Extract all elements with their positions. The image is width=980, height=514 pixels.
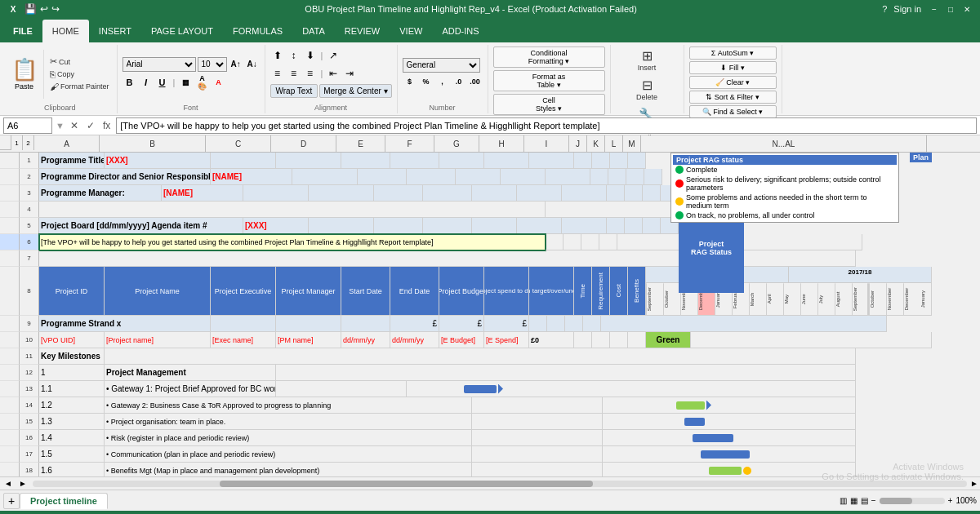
conditional-formatting-button[interactable]: ConditionalFormatting ▾ xyxy=(493,47,605,68)
cell-c15[interactable] xyxy=(472,414,603,430)
col-project-budget[interactable]: Project Budget xyxy=(439,267,484,316)
sheet-tab-project-timeline[interactable]: Project timeline xyxy=(20,493,108,509)
cell-i5[interactable] xyxy=(607,218,625,234)
cell-f1[interactable] xyxy=(390,153,439,169)
cell-b16[interactable]: • Risk (register in place and periodic r… xyxy=(105,430,472,446)
insert-function-button[interactable]: fx xyxy=(100,120,113,131)
cell-a2[interactable]: Programme Director and Senior Responsibl… xyxy=(39,169,211,185)
cell-e2[interactable] xyxy=(358,169,407,185)
col-start-date[interactable]: Start Date xyxy=(341,267,390,316)
cell-g5[interactable] xyxy=(517,218,562,234)
cell-row4[interactable] xyxy=(39,202,546,218)
scroll-track[interactable] xyxy=(33,481,967,487)
cell-c14[interactable] xyxy=(472,397,603,414)
cell-f2[interactable] xyxy=(407,169,456,185)
cell-k6[interactable] xyxy=(564,234,581,250)
cell-h9[interactable]: £ xyxy=(484,316,529,332)
cell-j1[interactable] xyxy=(574,153,592,169)
top-align-button[interactable]: ⬆ xyxy=(270,48,285,63)
col-end-date[interactable]: End Date xyxy=(390,267,439,316)
cell-g10[interactable]: [E Budget] xyxy=(439,332,484,348)
cell-a3[interactable]: Programme Manager: xyxy=(39,185,162,202)
cell-m1[interactable] xyxy=(628,153,646,169)
col-header-a[interactable]: A xyxy=(34,135,100,152)
tab-formulas[interactable]: FORMULAS xyxy=(223,20,292,42)
format-painter-button[interactable]: 🖌 Format Painter xyxy=(47,81,112,92)
cell-i10[interactable]: £0 xyxy=(529,332,574,348)
col-header-e[interactable]: E xyxy=(336,135,385,152)
cancel-formula-button[interactable]: ✕ xyxy=(68,120,81,131)
undo-qa-icon[interactable]: ↩ xyxy=(40,3,48,15)
cell-d3[interactable] xyxy=(309,185,374,202)
cell-e3[interactable] xyxy=(374,185,423,202)
col-header-f[interactable]: F xyxy=(385,135,434,152)
cell-b17[interactable]: • Communication (plan in place and perio… xyxy=(105,446,472,463)
merge-center-button[interactable]: Merge & Center ▾ xyxy=(319,84,391,98)
col-header-i[interactable]: I xyxy=(524,135,569,152)
decrease-font-button[interactable]: A↓ xyxy=(245,57,260,72)
cell-c13[interactable] xyxy=(276,381,407,397)
cell-b12[interactable]: Project Management xyxy=(105,365,276,381)
font-size-select[interactable]: 10 xyxy=(198,57,227,72)
zoom-plus-button[interactable]: + xyxy=(948,496,953,505)
cell-h10[interactable]: [E Spend] xyxy=(484,332,529,348)
copy-button[interactable]: ⎘ Copy xyxy=(47,69,112,80)
comma-button[interactable]: , xyxy=(435,74,450,89)
zoom-slider[interactable] xyxy=(880,498,945,504)
col-cost[interactable]: Cost xyxy=(610,267,628,316)
cell-f5[interactable] xyxy=(472,218,517,234)
increase-indent-button[interactable]: ⇥ xyxy=(342,66,357,81)
col-header-g[interactable]: G xyxy=(434,135,479,152)
tab-home[interactable]: HOME xyxy=(42,20,89,42)
cell-l6[interactable] xyxy=(581,234,599,250)
close-button[interactable]: ✕ xyxy=(960,2,973,16)
cell-d9[interactable] xyxy=(276,316,341,332)
save-qa-icon[interactable]: 💾 xyxy=(24,3,37,15)
cell-rest11[interactable] xyxy=(105,348,856,365)
cell-a12[interactable]: 1 xyxy=(39,365,105,381)
cell-k9[interactable] xyxy=(565,316,583,332)
col-header-j[interactable]: J xyxy=(569,135,587,152)
cell-k3[interactable] xyxy=(625,185,643,202)
cell-a15[interactable]: 1.3 xyxy=(39,414,105,430)
cell-d2[interactable] xyxy=(292,169,358,185)
minimize-button[interactable]: − xyxy=(928,2,941,16)
decrease-decimal-button[interactable]: .0 xyxy=(452,74,466,89)
cell-h2[interactable] xyxy=(501,169,546,185)
cell-a18[interactable]: 1.6 xyxy=(39,463,105,476)
cell-c17[interactable] xyxy=(472,446,603,463)
cell-e5[interactable] xyxy=(423,218,472,234)
cell-c18[interactable] xyxy=(472,463,603,476)
cell-c1[interactable] xyxy=(211,153,276,169)
page-break-view-button[interactable]: ▤ xyxy=(861,496,868,505)
tab-page-layout[interactable]: PAGE LAYOUT xyxy=(141,20,223,42)
underline-button[interactable]: U xyxy=(155,75,170,90)
font-color-button[interactable]: A xyxy=(211,75,225,90)
decrease-indent-button[interactable]: ⇤ xyxy=(326,66,341,81)
left-align-button[interactable]: ≡ xyxy=(270,66,285,81)
cell-c5[interactable] xyxy=(309,218,374,234)
cut-button[interactable]: ✂ Cut xyxy=(47,55,112,68)
cell-d10[interactable]: [PM name] xyxy=(276,332,341,348)
formula-input[interactable]: [The VPO+ will be happy to help you get … xyxy=(116,117,977,134)
cell-b3-name[interactable]: [NAME] xyxy=(162,185,243,202)
paste-button[interactable]: 📋 Paste xyxy=(8,50,44,99)
cell-timeline9[interactable] xyxy=(601,316,887,332)
scroll-right-controls[interactable]: ► xyxy=(970,479,978,488)
cell-e10[interactable]: dd/mm/yy xyxy=(341,332,390,348)
cell-b14[interactable]: • Gateway 2: Business Case & ToR Approve… xyxy=(105,397,472,414)
cell-a11[interactable]: Key Milestones xyxy=(39,348,105,365)
fill-color-button[interactable]: A🎨 xyxy=(194,75,209,90)
cell-rest12[interactable] xyxy=(276,365,856,381)
scroll-left-button[interactable]: ◄ xyxy=(2,479,15,488)
cell-j2[interactable] xyxy=(590,169,608,185)
cell-j5[interactable] xyxy=(625,218,643,234)
col-budget-target[interactable]: Budget on target/over/under-spend xyxy=(529,267,574,316)
cell-e1[interactable] xyxy=(341,153,390,169)
col-header-m[interactable]: M xyxy=(623,135,641,152)
tab-data[interactable]: DATA xyxy=(292,20,335,42)
tab-review[interactable]: REVIEW xyxy=(335,20,390,42)
cell-a17[interactable]: 1.5 xyxy=(39,446,105,463)
cell-i9[interactable] xyxy=(529,316,547,332)
cell-k1[interactable] xyxy=(592,153,610,169)
